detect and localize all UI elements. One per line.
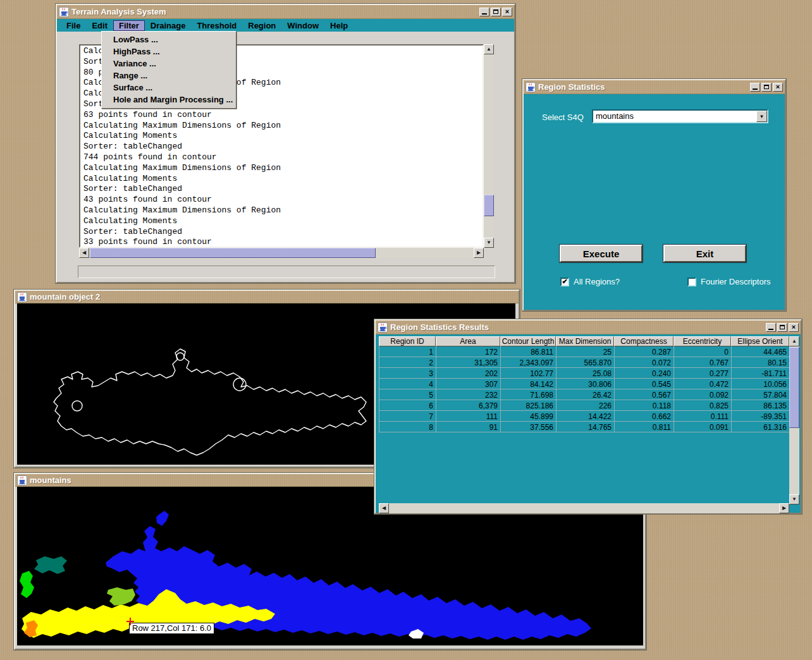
column-header-eccentricity[interactable]: Eccentricity xyxy=(674,336,731,346)
filter-menu-item[interactable]: Variance ... xyxy=(102,58,236,70)
table-cell: 45.899 xyxy=(501,411,557,421)
scroll-right-button[interactable]: ▶ xyxy=(779,503,789,513)
checkbox-box[interactable]: ✔ xyxy=(560,278,569,286)
table-cell: 232 xyxy=(436,389,501,400)
table-cell: 80.15 xyxy=(732,357,790,367)
filter-menu-item[interactable]: LowPass ... xyxy=(102,34,236,46)
all-regions-checkbox[interactable]: ✔ All Regions? xyxy=(560,277,620,286)
vertical-scroll-thumb[interactable] xyxy=(484,195,494,216)
minimize-icon xyxy=(753,89,758,90)
log-line: Calculating Moments xyxy=(83,131,483,142)
log-line: 744 points found in contour xyxy=(83,152,483,163)
filter-menu-item[interactable]: HighPass ... xyxy=(102,46,236,58)
results-table: Region IDAreaContour LengthMax Dimension… xyxy=(379,336,790,432)
column-header-max-dimension[interactable]: Max Dimension xyxy=(556,336,614,346)
filter-menu-item[interactable]: Surface ... xyxy=(102,82,236,94)
java-icon xyxy=(17,292,27,302)
table-cell: 0.662 xyxy=(615,411,674,421)
combobox-dropdown-button[interactable]: ▼ xyxy=(756,111,767,122)
table-cell: 0.767 xyxy=(674,357,732,367)
checkbox-box[interactable] xyxy=(687,278,696,286)
scroll-down-button[interactable]: ▼ xyxy=(789,494,799,504)
table-cell: -81.711 xyxy=(732,368,790,378)
column-header-region-id[interactable]: Region ID xyxy=(379,336,436,346)
checkbox-label: All Regions? xyxy=(574,277,620,286)
table-row[interactable]: 3202102.7725.080.2400.277-81.711 xyxy=(379,368,790,379)
fourier-descriptors-checkbox[interactable]: Fourier Descriptors xyxy=(687,277,771,286)
arrow-left-icon: ◀ xyxy=(382,506,386,511)
titlebar-region-statistics-results[interactable]: Region Statistics Results × xyxy=(376,321,801,334)
menu-edit[interactable]: Edit xyxy=(86,20,113,31)
window-title: Terrain Analysis System xyxy=(71,7,477,16)
table-cell: 226 xyxy=(557,400,615,410)
region-blue-fragment xyxy=(156,511,169,526)
table-row[interactable]: 231,3052,343.097565.8700.0720.76780.15 xyxy=(379,357,790,368)
vertical-scroll-thumb[interactable] xyxy=(789,347,799,428)
close-button[interactable]: × xyxy=(502,8,512,16)
maximize-button[interactable] xyxy=(761,83,772,92)
log-line: Sorter: tableChanged xyxy=(83,184,483,195)
table-row[interactable]: 711145.89914.4220.6620.111-89.351 xyxy=(379,411,790,422)
scroll-up-button[interactable]: ▲ xyxy=(789,336,799,346)
table-row[interactable]: 89137.55614.7650.8110.09161.316 xyxy=(379,422,790,432)
region-green xyxy=(20,571,34,598)
table-cell: 0.240 xyxy=(615,368,674,378)
filter-menu-item[interactable]: Range ... xyxy=(102,70,236,82)
horizontal-scrollbar[interactable]: ◀ ▶ xyxy=(79,248,484,258)
table-cell: 565.870 xyxy=(557,357,615,367)
menu-region[interactable]: Region xyxy=(242,20,281,31)
java-icon xyxy=(526,82,536,92)
table-row[interactable]: 66,379825.1862260.1180.82586.135 xyxy=(379,400,790,411)
horizontal-scroll-thumb[interactable] xyxy=(90,248,376,258)
scroll-left-button[interactable]: ◀ xyxy=(79,248,89,258)
menu-file[interactable]: File xyxy=(61,20,86,31)
menu-filter[interactable]: Filter xyxy=(113,20,145,31)
table-header-row: Region IDAreaContour LengthMax Dimension… xyxy=(379,336,790,346)
column-header-ellipse-orient[interactable]: Ellipse Orient xyxy=(731,336,789,346)
minimize-button[interactable] xyxy=(750,83,760,92)
table-cell: 61.316 xyxy=(732,422,790,432)
java-icon xyxy=(378,322,388,333)
close-button[interactable]: × xyxy=(789,323,799,332)
menu-help[interactable]: Help xyxy=(324,20,354,31)
log-line: 43 points found in contour xyxy=(83,195,483,205)
titlebar-terrain-analysis[interactable]: Terrain Analysis System × xyxy=(57,5,514,19)
scroll-down-button[interactable]: ▼ xyxy=(484,238,494,248)
maximize-button[interactable] xyxy=(777,323,787,332)
titlebar-mountain-object-2[interactable]: mountain object 2 xyxy=(15,291,519,303)
table-cell: 8 xyxy=(379,422,436,432)
column-header-area[interactable]: Area xyxy=(436,336,500,346)
column-header-compactness[interactable]: Compactness xyxy=(614,336,674,346)
minimize-button[interactable] xyxy=(479,8,489,16)
maximize-button[interactable] xyxy=(491,8,501,16)
table-row[interactable]: 523271.69826.420.5670.09257.804 xyxy=(379,389,790,400)
table-cell: 6,379 xyxy=(436,400,501,410)
filter-menu-item[interactable]: Hole and Margin Processing ... xyxy=(102,94,236,106)
table-row[interactable]: 430784.14230.8060.5450.47210.056 xyxy=(379,379,790,389)
vertical-scrollbar[interactable]: ▲ ▼ xyxy=(789,336,799,504)
table-cell: 57.804 xyxy=(732,389,790,400)
menu-drainage[interactable]: Drainage xyxy=(145,20,192,31)
pixel-value-tooltip: Row 217,Col 171: 6.0 xyxy=(129,623,214,634)
execute-button[interactable]: Execute xyxy=(560,245,643,262)
table-cell: 31,305 xyxy=(436,357,501,367)
arrow-down-icon: ▼ xyxy=(792,497,797,502)
minimize-button[interactable] xyxy=(766,323,776,332)
scroll-right-button[interactable]: ▶ xyxy=(474,248,484,258)
menu-window[interactable]: Window xyxy=(281,20,324,31)
titlebar-region-statistics[interactable]: Region Statistics × xyxy=(524,80,785,94)
scroll-up-button[interactable]: ▲ xyxy=(484,44,494,54)
vertical-scrollbar[interactable]: ▲ ▼ xyxy=(484,44,494,248)
arrow-down-icon: ▼ xyxy=(486,240,491,245)
menu-threshold[interactable]: Threshold xyxy=(191,20,242,31)
scroll-left-button[interactable]: ◀ xyxy=(379,503,389,513)
s4q-combobox[interactable]: mountains ▼ xyxy=(592,109,768,123)
exit-button[interactable]: Exit xyxy=(663,245,746,262)
arrow-left-icon: ◀ xyxy=(82,250,86,255)
window-title: Region Statistics xyxy=(538,82,747,92)
table-row[interactable]: 117286.811250.287044.465 xyxy=(379,346,790,357)
horizontal-scrollbar[interactable]: ◀ ▶ xyxy=(379,503,789,513)
table-cell: 111 xyxy=(436,411,501,421)
close-button[interactable]: × xyxy=(773,83,783,92)
column-header-contour-length[interactable]: Contour Length xyxy=(500,336,556,346)
